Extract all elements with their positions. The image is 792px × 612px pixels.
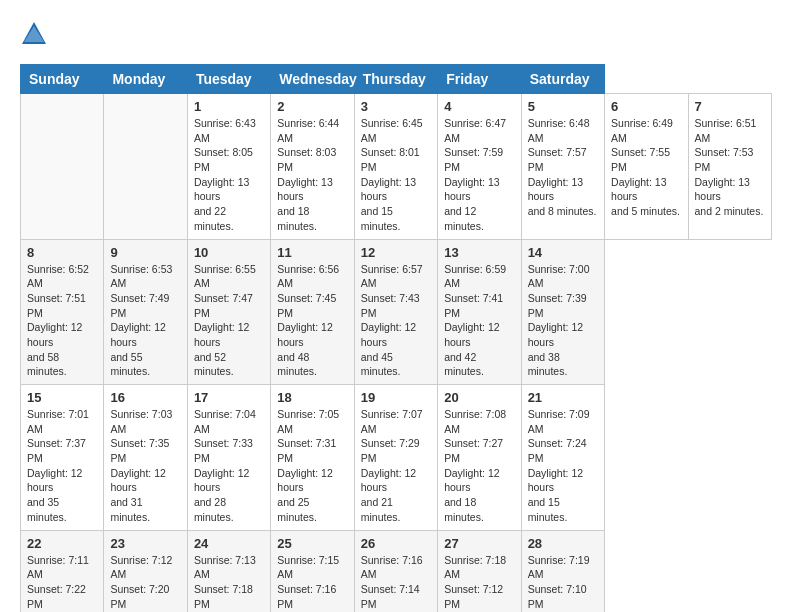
cell-text: Sunrise: 7:19 AMSunset: 7:10 PMDaylight:… (528, 553, 598, 613)
calendar-cell: 2Sunrise: 6:44 AMSunset: 8:03 PMDaylight… (271, 94, 354, 240)
cell-text: Sunrise: 6:48 AMSunset: 7:57 PMDaylight:… (528, 116, 598, 219)
logo (20, 20, 52, 48)
cell-text: Sunrise: 7:16 AMSunset: 7:14 PMDaylight:… (361, 553, 431, 613)
cell-text: Sunrise: 6:52 AMSunset: 7:51 PMDaylight:… (27, 262, 97, 380)
calendar-cell: 7Sunrise: 6:51 AMSunset: 7:53 PMDaylight… (688, 94, 772, 240)
cell-text: Sunrise: 7:11 AMSunset: 7:22 PMDaylight:… (27, 553, 97, 613)
calendar-week-row: 22Sunrise: 7:11 AMSunset: 7:22 PMDayligh… (21, 530, 772, 612)
day-number: 19 (361, 390, 431, 405)
cell-text: Sunrise: 7:05 AMSunset: 7:31 PMDaylight:… (277, 407, 347, 525)
calendar-week-row: 1Sunrise: 6:43 AMSunset: 8:05 PMDaylight… (21, 94, 772, 240)
calendar-cell: 26Sunrise: 7:16 AMSunset: 7:14 PMDayligh… (354, 530, 437, 612)
calendar-header-row: SundayMondayTuesdayWednesdayThursdayFrid… (21, 65, 772, 94)
day-number: 3 (361, 99, 431, 114)
header-thursday: Thursday (354, 65, 437, 94)
header-friday: Friday (438, 65, 521, 94)
day-number: 9 (110, 245, 180, 260)
calendar-cell: 21Sunrise: 7:09 AMSunset: 7:24 PMDayligh… (521, 385, 604, 531)
cell-text: Sunrise: 6:55 AMSunset: 7:47 PMDaylight:… (194, 262, 264, 380)
day-number: 12 (361, 245, 431, 260)
cell-text: Sunrise: 7:12 AMSunset: 7:20 PMDaylight:… (110, 553, 180, 613)
calendar-cell: 5Sunrise: 6:48 AMSunset: 7:57 PMDaylight… (521, 94, 604, 240)
cell-text: Sunrise: 6:47 AMSunset: 7:59 PMDaylight:… (444, 116, 514, 234)
day-number: 27 (444, 536, 514, 551)
cell-text: Sunrise: 7:00 AMSunset: 7:39 PMDaylight:… (528, 262, 598, 380)
cell-text: Sunrise: 7:08 AMSunset: 7:27 PMDaylight:… (444, 407, 514, 525)
calendar-cell: 23Sunrise: 7:12 AMSunset: 7:20 PMDayligh… (104, 530, 187, 612)
cell-text: Sunrise: 6:59 AMSunset: 7:41 PMDaylight:… (444, 262, 514, 380)
day-number: 21 (528, 390, 598, 405)
day-number: 8 (27, 245, 97, 260)
day-number: 23 (110, 536, 180, 551)
day-number: 14 (528, 245, 598, 260)
calendar-cell: 19Sunrise: 7:07 AMSunset: 7:29 PMDayligh… (354, 385, 437, 531)
calendar-cell: 3Sunrise: 6:45 AMSunset: 8:01 PMDaylight… (354, 94, 437, 240)
calendar-cell: 25Sunrise: 7:15 AMSunset: 7:16 PMDayligh… (271, 530, 354, 612)
cell-text: Sunrise: 7:03 AMSunset: 7:35 PMDaylight:… (110, 407, 180, 525)
calendar-cell (104, 94, 187, 240)
cell-text: Sunrise: 7:18 AMSunset: 7:12 PMDaylight:… (444, 553, 514, 613)
logo-icon (20, 20, 48, 48)
day-number: 1 (194, 99, 264, 114)
day-number: 28 (528, 536, 598, 551)
day-number: 16 (110, 390, 180, 405)
cell-text: Sunrise: 7:09 AMSunset: 7:24 PMDaylight:… (528, 407, 598, 525)
header-tuesday: Tuesday (187, 65, 270, 94)
day-number: 4 (444, 99, 514, 114)
day-number: 5 (528, 99, 598, 114)
calendar-cell: 1Sunrise: 6:43 AMSunset: 8:05 PMDaylight… (187, 94, 270, 240)
day-number: 18 (277, 390, 347, 405)
cell-text: Sunrise: 6:43 AMSunset: 8:05 PMDaylight:… (194, 116, 264, 234)
calendar-cell: 12Sunrise: 6:57 AMSunset: 7:43 PMDayligh… (354, 239, 437, 385)
day-number: 10 (194, 245, 264, 260)
day-number: 25 (277, 536, 347, 551)
cell-text: Sunrise: 6:51 AMSunset: 7:53 PMDaylight:… (695, 116, 766, 219)
header-saturday: Saturday (521, 65, 604, 94)
day-number: 13 (444, 245, 514, 260)
cell-text: Sunrise: 7:13 AMSunset: 7:18 PMDaylight:… (194, 553, 264, 613)
calendar-cell: 10Sunrise: 6:55 AMSunset: 7:47 PMDayligh… (187, 239, 270, 385)
header-sunday: Sunday (21, 65, 104, 94)
day-number: 20 (444, 390, 514, 405)
cell-text: Sunrise: 6:49 AMSunset: 7:55 PMDaylight:… (611, 116, 681, 219)
day-number: 7 (695, 99, 766, 114)
calendar-cell: 22Sunrise: 7:11 AMSunset: 7:22 PMDayligh… (21, 530, 104, 612)
day-number: 15 (27, 390, 97, 405)
cell-text: Sunrise: 7:04 AMSunset: 7:33 PMDaylight:… (194, 407, 264, 525)
cell-text: Sunrise: 6:44 AMSunset: 8:03 PMDaylight:… (277, 116, 347, 234)
svg-marker-1 (24, 26, 44, 42)
calendar-cell: 28Sunrise: 7:19 AMSunset: 7:10 PMDayligh… (521, 530, 604, 612)
calendar-cell (21, 94, 104, 240)
calendar-cell: 15Sunrise: 7:01 AMSunset: 7:37 PMDayligh… (21, 385, 104, 531)
calendar-week-row: 8Sunrise: 6:52 AMSunset: 7:51 PMDaylight… (21, 239, 772, 385)
day-number: 6 (611, 99, 681, 114)
cell-text: Sunrise: 7:07 AMSunset: 7:29 PMDaylight:… (361, 407, 431, 525)
header (20, 20, 772, 48)
day-number: 26 (361, 536, 431, 551)
cell-text: Sunrise: 6:53 AMSunset: 7:49 PMDaylight:… (110, 262, 180, 380)
calendar-cell: 9Sunrise: 6:53 AMSunset: 7:49 PMDaylight… (104, 239, 187, 385)
calendar-cell: 13Sunrise: 6:59 AMSunset: 7:41 PMDayligh… (438, 239, 521, 385)
calendar-cell: 4Sunrise: 6:47 AMSunset: 7:59 PMDaylight… (438, 94, 521, 240)
header-wednesday: Wednesday (271, 65, 354, 94)
calendar-cell: 16Sunrise: 7:03 AMSunset: 7:35 PMDayligh… (104, 385, 187, 531)
header-monday: Monday (104, 65, 187, 94)
calendar-cell: 27Sunrise: 7:18 AMSunset: 7:12 PMDayligh… (438, 530, 521, 612)
day-number: 11 (277, 245, 347, 260)
calendar-cell: 11Sunrise: 6:56 AMSunset: 7:45 PMDayligh… (271, 239, 354, 385)
calendar-cell: 8Sunrise: 6:52 AMSunset: 7:51 PMDaylight… (21, 239, 104, 385)
day-number: 24 (194, 536, 264, 551)
calendar-cell: 20Sunrise: 7:08 AMSunset: 7:27 PMDayligh… (438, 385, 521, 531)
calendar-week-row: 15Sunrise: 7:01 AMSunset: 7:37 PMDayligh… (21, 385, 772, 531)
cell-text: Sunrise: 6:56 AMSunset: 7:45 PMDaylight:… (277, 262, 347, 380)
day-number: 17 (194, 390, 264, 405)
calendar-cell: 6Sunrise: 6:49 AMSunset: 7:55 PMDaylight… (605, 94, 688, 240)
cell-text: Sunrise: 7:15 AMSunset: 7:16 PMDaylight:… (277, 553, 347, 613)
day-number: 2 (277, 99, 347, 114)
calendar-table: SundayMondayTuesdayWednesdayThursdayFrid… (20, 64, 772, 612)
calendar-cell: 18Sunrise: 7:05 AMSunset: 7:31 PMDayligh… (271, 385, 354, 531)
calendar-cell: 14Sunrise: 7:00 AMSunset: 7:39 PMDayligh… (521, 239, 604, 385)
calendar-cell: 17Sunrise: 7:04 AMSunset: 7:33 PMDayligh… (187, 385, 270, 531)
cell-text: Sunrise: 6:45 AMSunset: 8:01 PMDaylight:… (361, 116, 431, 234)
day-number: 22 (27, 536, 97, 551)
